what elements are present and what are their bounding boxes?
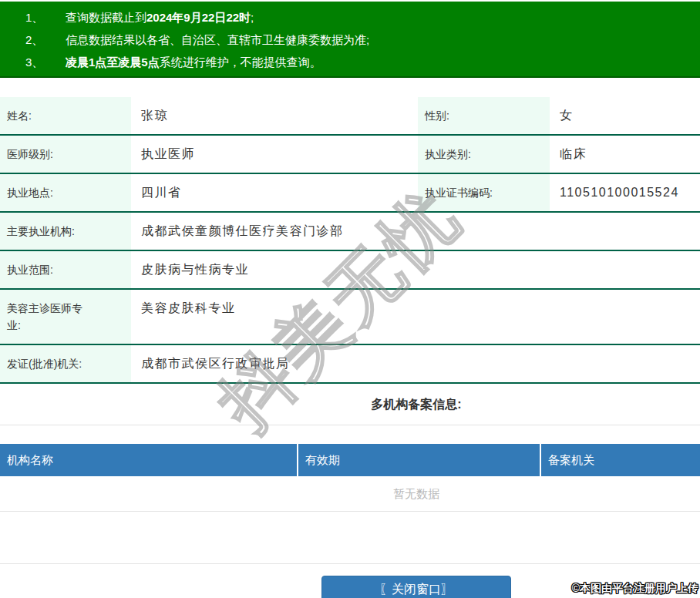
- field-label-name: 姓名:: [0, 97, 131, 134]
- notice-line: 3、 凌晨1点至凌晨5点系统进行维护，不能提供查询。: [0, 51, 700, 73]
- footer-upload-watermark: ©本图由平台注册用户上传: [572, 582, 698, 596]
- notice-text: 查询数据截止到2024年9月22日22时;: [66, 6, 254, 29]
- divider: [0, 511, 700, 512]
- table-row: 美容主诊医师专业: 美容皮肤科专业: [0, 290, 700, 345]
- filing-table-header: 机构名称 有效期 备案机关: [0, 444, 700, 476]
- field-label-practice-scope: 执业范围:: [0, 251, 131, 288]
- field-value-issuing-authority: 成都市武侯区行政审批局: [131, 345, 700, 382]
- table-row: 执业范围: 皮肤病与性病专业: [0, 251, 700, 290]
- divider: [0, 425, 700, 425]
- notice-line: 1、 查询数据截止到2024年9月22日22时;: [0, 6, 700, 29]
- multi-institution-section-title: 多机构备案信息:: [0, 395, 700, 415]
- table-row: 主要执业机构: 成都武侯童颜博仕医疗美容门诊部: [0, 213, 700, 251]
- field-label-certificate-number: 执业证书编码:: [418, 174, 550, 211]
- notice-text: 信息数据结果以各省、自治区、直辖市卫生健康委数据为准;: [66, 29, 369, 51]
- query-result-page: 1、 查询数据截止到2024年9月22日22时; 2、 信息数据结果以各省、自治…: [0, 0, 700, 598]
- table-row: 发证(批准)机关: 成都市武侯区行政审批局: [0, 345, 700, 384]
- table-row: 执业地点: 四川省 执业证书编码: 110510100015524: [0, 174, 700, 213]
- column-header-filing-authority: 备案机关: [540, 444, 700, 476]
- table-row: 姓名: 张琼 性别: 女: [0, 97, 700, 136]
- field-value-practice-scope: 皮肤病与性病专业: [131, 251, 700, 288]
- field-value-certificate-number: 110510100015524: [550, 174, 700, 211]
- notice-number: 1、: [25, 6, 66, 29]
- field-label-practice-location: 执业地点:: [0, 174, 131, 211]
- notice-line: 2、 信息数据结果以各省、自治区、直辖市卫生健康委数据为准;: [0, 29, 700, 51]
- table-row: 医师级别: 执业医师 执业类别: 临床: [0, 136, 700, 174]
- field-value-gender: 女: [550, 97, 700, 134]
- notice-banner: 1、 查询数据截止到2024年9月22日22时; 2、 信息数据结果以各省、自治…: [0, 2, 700, 78]
- field-value-cosmetic-specialty: 美容皮肤科专业: [131, 290, 700, 344]
- field-label-gender: 性别:: [418, 97, 550, 134]
- field-label-practice-category: 执业类别:: [418, 136, 550, 173]
- field-label-main-institution: 主要执业机构:: [0, 213, 131, 250]
- notice-text: 凌晨1点至凌晨5点系统进行维护，不能提供查询。: [66, 51, 321, 73]
- filing-table: 机构名称 有效期 备案机关 暂无数据: [0, 444, 700, 512]
- field-value-doctor-level: 执业医师: [131, 136, 418, 173]
- field-value-name: 张琼: [131, 97, 418, 134]
- field-label-issuing-authority: 发证(批准)机关:: [0, 345, 131, 382]
- column-header-validity-period: 有效期: [297, 444, 540, 476]
- empty-data-placeholder: 暂无数据: [0, 476, 700, 511]
- notice-number: 2、: [25, 29, 66, 51]
- close-window-button[interactable]: 〖关闭窗口〗: [321, 576, 511, 598]
- field-value-practice-category: 临床: [550, 136, 700, 173]
- notice-number: 3、: [25, 51, 66, 73]
- divider: [0, 563, 700, 564]
- field-label-doctor-level: 医师级别:: [0, 136, 131, 173]
- field-value-practice-location: 四川省: [131, 174, 418, 211]
- column-header-institution-name: 机构名称: [0, 444, 297, 476]
- practitioner-info-table: 姓名: 张琼 性别: 女 医师级别: 执业医师 执业类别: 临床 执业地点: 四…: [0, 97, 700, 384]
- field-label-cosmetic-specialty: 美容主诊医师专业:: [0, 290, 131, 344]
- page-content: 1、 查询数据截止到2024年9月22日22时; 2、 信息数据结果以各省、自治…: [0, 2, 700, 598]
- field-value-main-institution: 成都武侯童颜博仕医疗美容门诊部: [131, 213, 700, 250]
